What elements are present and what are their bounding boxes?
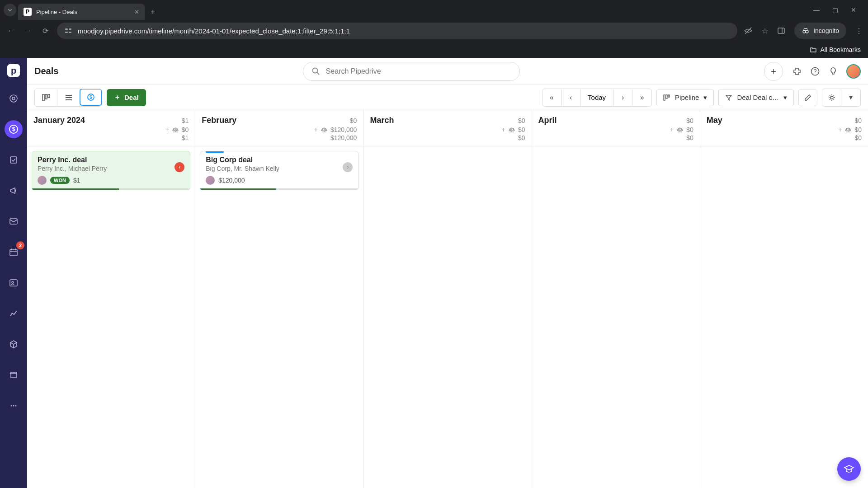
url-text: moodjoy.pipedrive.com/timeline/month/202…	[78, 27, 730, 35]
month-weighted-amount: $120,000	[330, 126, 357, 133]
svg-rect-0	[65, 28, 68, 30]
svg-rect-38	[668, 95, 670, 97]
view-pipeline-button[interactable]	[35, 89, 57, 106]
sidebar-item-more[interactable]	[5, 397, 23, 415]
nav-prev-button[interactable]: ‹	[561, 89, 580, 106]
deal-button-label: Deal	[124, 94, 139, 101]
quick-add-button[interactable]: ＋	[764, 62, 783, 81]
nav-next-button[interactable]: ›	[613, 89, 632, 106]
month-top-amount: $0	[854, 117, 862, 124]
balance-icon	[321, 127, 328, 133]
svg-point-21	[11, 405, 12, 407]
deal-progress-fill	[200, 188, 276, 190]
site-settings-icon[interactable]	[64, 27, 72, 35]
extensions-icon[interactable]	[792, 66, 802, 76]
month-bottom-amount: $0	[854, 134, 862, 141]
plus-icon: +	[165, 126, 169, 133]
sidebar-item-marketplace[interactable]	[5, 366, 23, 384]
sidebar-item-contacts[interactable]	[5, 274, 23, 292]
sidebar-item-products[interactable]	[5, 335, 23, 353]
view-list-button[interactable]	[57, 89, 80, 106]
all-bookmarks-button[interactable]: All Bookmarks	[810, 46, 861, 53]
deal-owner-avatar	[38, 176, 47, 185]
view-forecast-button[interactable]: $	[80, 89, 102, 106]
user-avatar[interactable]	[846, 64, 861, 79]
month-column: April $0 + $0 $0	[532, 110, 700, 488]
svg-text:$: $	[12, 126, 15, 132]
plus-icon: +	[314, 126, 318, 133]
month-body: Big Corp deal Big Corp, Mr. Shawn Kelly …	[195, 146, 363, 199]
minimize-icon[interactable]: —	[813, 6, 820, 14]
deal-value: $1	[73, 177, 80, 184]
eye-off-icon[interactable]	[744, 26, 753, 35]
month-column: February $0 + $120,000 $120,000 Big Corp…	[195, 110, 363, 488]
browser-tab[interactable]: P Pipeline - Deals ✕	[18, 4, 145, 20]
tab-close-icon[interactable]: ✕	[134, 9, 139, 15]
tab-search-button[interactable]	[4, 4, 16, 16]
plus-icon: +	[670, 126, 674, 133]
chevron-down-icon: ▾	[783, 94, 787, 102]
month-top-amount: $0	[518, 117, 525, 124]
window-controls: — ▢ ✕	[813, 6, 864, 14]
app-logo[interactable]: p	[7, 64, 20, 77]
svg-point-9	[10, 95, 17, 102]
svg-rect-2	[65, 32, 68, 33]
edit-button[interactable]	[798, 89, 817, 106]
pipeline-label: Pipeline	[675, 94, 699, 101]
svg-rect-30	[48, 94, 50, 98]
sidebar-item-leads[interactable]	[5, 89, 23, 108]
maximize-icon[interactable]: ▢	[832, 6, 838, 14]
search-input[interactable]: Search Pipedrive	[303, 62, 520, 81]
deal-title: Big Corp deal	[206, 156, 353, 164]
url-field[interactable]: moodjoy.pipedrive.com/timeline/month/202…	[57, 23, 737, 39]
help-icon[interactable]: ?	[810, 66, 820, 76]
month-header: May $0 + $0 $0	[700, 110, 868, 146]
sidebar-item-insights[interactable]	[5, 305, 23, 323]
forward-button[interactable]: →	[23, 27, 33, 35]
reload-button[interactable]: ⟳	[40, 27, 51, 35]
deal-card[interactable]: Perry Inc. deal Perry Inc., Michael Perr…	[32, 151, 190, 190]
month-column: May $0 + $0 $0	[700, 110, 868, 488]
help-fab[interactable]	[837, 457, 861, 481]
month-body: Perry Inc. deal Perry Inc., Michael Perr…	[27, 146, 195, 199]
toolbar: $ ＋ Deal « ‹ Today › » Pipeline ▾	[27, 85, 868, 110]
nav-last-button[interactable]: »	[632, 89, 651, 106]
timeline: January 2024 $1 + $0 $1 Perry Inc. deal …	[27, 110, 868, 488]
pipeline-selector[interactable]: Pipeline ▾	[656, 89, 714, 106]
side-panel-icon[interactable]	[777, 27, 785, 35]
month-header: March $0 + $0 $0	[363, 110, 531, 146]
new-tab-button[interactable]: ＋	[146, 5, 159, 18]
sidebar-item-campaigns[interactable]	[5, 182, 23, 200]
today-button[interactable]: Today	[580, 89, 613, 106]
sidebar-item-mail[interactable]	[5, 212, 23, 230]
deal-card[interactable]: Big Corp deal Big Corp, Mr. Shawn Kelly …	[200, 151, 359, 190]
sidebar: p $ 2	[0, 58, 27, 488]
search-icon	[311, 67, 321, 76]
filter-selector[interactable]: Deal Deal c… ▾	[718, 89, 794, 106]
app: p $ 2	[0, 58, 868, 488]
browser-menu-icon[interactable]: ⋮	[855, 27, 863, 35]
svg-line-25	[317, 72, 319, 75]
deal-title: Perry Inc. deal	[38, 156, 184, 164]
sidebar-item-projects[interactable]	[5, 151, 23, 169]
add-deal-button[interactable]: ＋ Deal	[107, 89, 146, 106]
settings-button[interactable]	[822, 89, 841, 106]
settings-dropdown[interactable]: ▾	[841, 89, 860, 106]
sidebar-item-deals[interactable]: $	[5, 120, 23, 138]
nav-first-button[interactable]: «	[542, 89, 561, 106]
bookmark-star-icon[interactable]: ☆	[762, 27, 768, 35]
pipeline-icon	[663, 94, 670, 101]
incognito-label: Incognito	[813, 27, 839, 34]
back-button[interactable]: ←	[5, 27, 16, 35]
close-window-icon[interactable]: ✕	[851, 6, 856, 14]
month-bottom-amount: $0	[686, 134, 693, 141]
incognito-badge[interactable]: Incognito	[794, 23, 846, 39]
deal-progress	[200, 188, 358, 190]
header: Deals Search Pipedrive ＋ ?	[27, 58, 868, 85]
svg-point-20	[12, 282, 14, 283]
sidebar-item-activities[interactable]: 2	[5, 243, 23, 261]
plus-icon: +	[502, 126, 505, 133]
month-weighted-amount: $0	[686, 126, 693, 133]
lightbulb-icon[interactable]	[828, 66, 838, 76]
won-badge: WON	[50, 177, 70, 184]
